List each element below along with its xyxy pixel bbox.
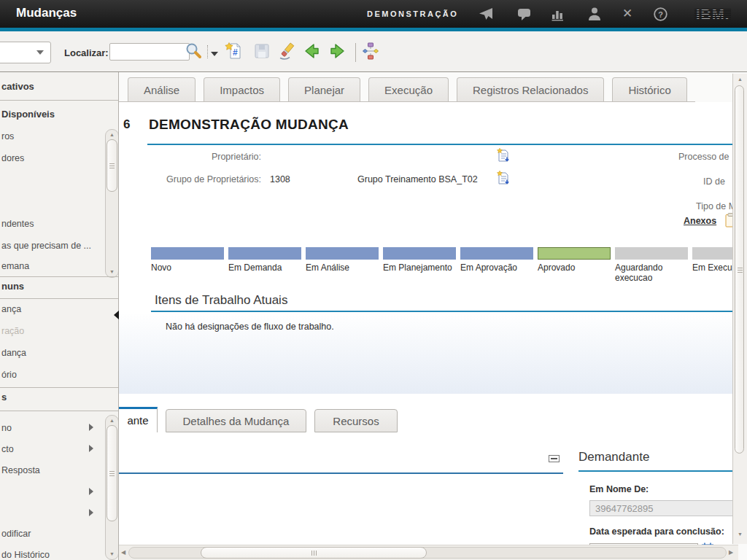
toolbar-separator <box>355 43 356 62</box>
scrollbar-thumb[interactable] <box>107 139 117 192</box>
horizontal-scrollbar[interactable]: ◀ ▶ <box>119 545 738 560</box>
app-title: Mudanças <box>16 6 77 20</box>
previous-record-icon[interactable] <box>302 42 322 62</box>
submenu-arrow-icon[interactable] <box>89 445 93 452</box>
search-icon[interactable] <box>185 42 205 62</box>
status-step-current: Aprovado <box>538 247 611 284</box>
sidebar-item[interactable]: dança <box>1 348 104 358</box>
sidebar-item[interactable]: cto <box>1 444 104 454</box>
search-options-caret[interactable] <box>211 46 221 56</box>
sidebar-item[interactable]: odificar <box>1 529 104 539</box>
status-step: Em Análise <box>306 247 379 284</box>
sidebar-item[interactable]: ndentes <box>1 219 104 229</box>
tab-execucao[interactable]: Execução <box>368 77 449 101</box>
sidebar-divider <box>0 411 118 411</box>
tab-analise[interactable]: Análise <box>128 77 196 101</box>
close-icon[interactable]: ✕ <box>619 7 636 23</box>
toolbar: Localizar: # <box>0 31 747 72</box>
sidebar-item[interactable]: no <box>1 423 104 433</box>
detail-menu-icon[interactable] <box>496 170 511 189</box>
status-step: Em Aprovação <box>460 247 533 284</box>
sidebar-item[interactable]: do Histórico <box>1 550 104 560</box>
announcement-icon[interactable] <box>476 7 494 23</box>
sidebar-section-applications[interactable]: cativos <box>1 81 34 92</box>
scroll-right-icon[interactable]: ▶ <box>729 549 733 556</box>
sidebar-divider <box>0 276 118 277</box>
ibm-logo: IBM. <box>696 7 729 23</box>
clear-changes-icon[interactable] <box>277 42 298 62</box>
attachments-link[interactable]: Anexos <box>684 216 716 226</box>
tab-planejar[interactable]: Planejar <box>288 77 360 101</box>
tab-impactos[interactable]: Impactos <box>204 77 280 101</box>
process-label: Processo de <box>678 152 729 162</box>
sidebar-item[interactable]: ros <box>1 131 104 141</box>
status-bar <box>228 247 301 260</box>
sidebar-section-actions: s <box>1 392 7 402</box>
submenu-arrow-icon[interactable] <box>89 424 93 431</box>
chevron-down-icon <box>36 50 44 55</box>
sidebar: cativos Disponíveis ros dores ndentes as… <box>0 72 119 560</box>
topbar: Mudanças DEMONSTRAÇÃO ✕ ? IBM. <box>0 0 747 28</box>
sidebar-item[interactable]: emana <box>1 261 104 271</box>
application-window: Mudanças DEMONSTRAÇÃO ✕ ? IBM. Localiza <box>0 0 747 560</box>
sidebar-scrollbar[interactable]: ▲ ▼ <box>105 415 119 560</box>
vertical-scrollbar[interactable]: ▲ ▼ <box>732 74 747 544</box>
find-input[interactable] <box>109 43 190 61</box>
sidebar-item[interactable]: as que precisam de ... <box>1 241 104 251</box>
collapse-section-icon[interactable] <box>549 455 560 462</box>
scroll-down-icon[interactable]: ▼ <box>733 532 747 537</box>
owner-group-label: Grupo de Proprietários: <box>148 174 261 184</box>
tab-bar: Análise Impactos Planejar Execução Regis… <box>128 77 687 101</box>
scroll-up-icon[interactable]: ▲ <box>733 77 747 82</box>
attachments-icon[interactable] <box>725 213 732 230</box>
sidebar-item[interactable]: ança <box>1 304 104 314</box>
on-behalf-input[interactable] <box>589 500 732 516</box>
detail-menu-icon[interactable] <box>496 147 511 166</box>
requester-rule <box>578 470 732 472</box>
chat-icon[interactable] <box>515 7 533 23</box>
scroll-up-icon[interactable]: ▲ <box>106 132 118 138</box>
save-icon[interactable] <box>252 42 273 62</box>
scrollbar-thumb[interactable] <box>201 547 427 559</box>
new-record-icon[interactable]: # <box>225 42 245 62</box>
sidebar-divider <box>0 100 118 101</box>
scroll-down-icon[interactable]: ▼ <box>106 551 118 557</box>
requester-heading: Demandante <box>578 450 649 464</box>
status-bar <box>692 247 732 260</box>
help-icon[interactable]: ? <box>651 7 669 23</box>
profile-icon[interactable] <box>586 7 603 23</box>
submenu-arrow-icon[interactable] <box>89 488 93 495</box>
work-items-heading: Itens de Trabalho Atuais <box>155 293 287 308</box>
owner-group-description: Grupo Treinamento BSA_T02 <box>357 174 478 184</box>
sidebar-section-common: nuns <box>1 281 24 292</box>
sidebar-section-available: Disponíveis <box>1 109 55 120</box>
submenu-arrow-icon[interactable] <box>89 509 93 516</box>
tab-registros-relacionados[interactable]: Registros Relacionados <box>457 77 604 101</box>
scroll-left-icon[interactable]: ◀ <box>121 549 125 556</box>
scrollbar-thumb[interactable] <box>107 425 117 521</box>
sidebar-item[interactable]: ório <box>1 370 104 380</box>
query-dropdown[interactable] <box>0 42 51 63</box>
workflow-icon[interactable] <box>361 42 382 62</box>
sidebar-scrollbar[interactable]: ▲ ▼ <box>105 129 119 278</box>
tab-historico[interactable]: Histórico <box>612 77 686 101</box>
sidebar-divider <box>0 298 118 299</box>
scroll-down-icon[interactable]: ▼ <box>106 269 118 275</box>
scrollbar-thumb[interactable] <box>735 85 744 454</box>
title-rule <box>147 144 732 145</box>
next-record-icon[interactable] <box>328 42 349 62</box>
subtab-demandante[interactable]: ante <box>119 407 158 432</box>
subtab-recursos[interactable]: Recursos <box>314 409 398 432</box>
status-step: Em Planejamento <box>383 247 456 284</box>
subtab-detalhes[interactable]: Detalhes da Mudança <box>166 409 306 432</box>
owner-group-value[interactable]: 1308 <box>270 174 290 184</box>
sidebar-item[interactable]: Resposta <box>1 465 104 475</box>
due-date-label: Data esperada para conclusão: <box>589 526 724 537</box>
scroll-up-icon[interactable]: ▲ <box>106 418 118 424</box>
left-pane-rule <box>119 472 563 474</box>
chart-icon[interactable] <box>549 7 567 23</box>
record-title: DEMONSTRAÇÃO MUDANÇA <box>149 117 349 133</box>
status-flow: Novo Em Demanda Em Análise Em Planejamen… <box>151 247 732 284</box>
sidebar-item[interactable]: dores <box>1 153 104 163</box>
work-items-empty-message: Não há designações de fluxo de trabalho. <box>166 322 334 332</box>
